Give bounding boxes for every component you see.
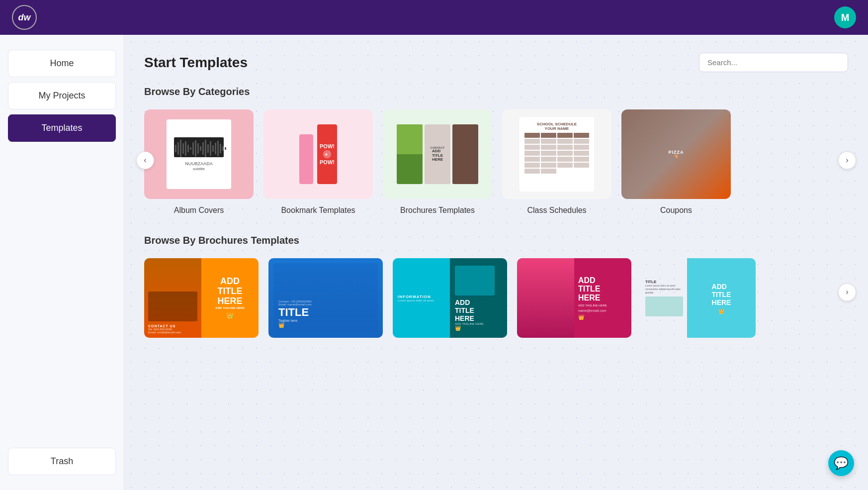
svg-rect-14 — [210, 141, 211, 156]
bc5-lorem: Lorem ipsum dolor sit amet consectetur a… — [645, 284, 683, 294]
category-thumb-album: NUUBZAADAsubtitle — [144, 109, 254, 199]
bc1-inner: CONTACT US Tel: 000-000-0000Email: email… — [144, 258, 259, 338]
svg-rect-8 — [195, 140, 196, 157]
categories-carousel-next[interactable]: › — [838, 151, 856, 169]
bc3-right: ADDTITLEHERE ADD TAGLINE HERE 👑 — [450, 258, 507, 338]
bc5-title: ADDTITLEHERE — [712, 283, 731, 306]
bc1-contact-info: Tel: 000-000-0000Email: email@email.com — [148, 328, 197, 334]
svg-rect-11 — [202, 142, 204, 155]
svg-text:★: ★ — [325, 153, 328, 156]
category-card-brochures[interactable]: CONTACT ADDTITLEHERE Brochures Templates — [383, 109, 492, 215]
bc4-inner: ADDTITLEHERE ADD TAGLINE HERE name@email… — [517, 258, 631, 338]
svg-rect-4 — [185, 141, 186, 156]
logo-text: dw — [18, 12, 31, 23]
bc5-left: TITLE Lorem ipsum dolor sit amet consect… — [641, 258, 687, 338]
svg-rect-3 — [182, 143, 184, 154]
sidebar-item-home-label: Home — [50, 58, 74, 68]
svg-rect-19 — [222, 146, 224, 151]
bc4-left — [517, 258, 574, 338]
bc2-inner: Contact: +00 (0000)0000Email: name@email… — [268, 258, 383, 338]
sidebar-item-trash[interactable]: Trash — [8, 448, 116, 475]
svg-rect-13 — [207, 144, 209, 153]
bookmark-items: POW! ★ POW! — [299, 124, 337, 184]
brochure-card-2[interactable]: Contact: +00 (0000)0000Email: name@email… — [268, 258, 383, 338]
svg-rect-0 — [175, 145, 176, 152]
category-thumb-brochures: CONTACT ADDTITLEHERE — [383, 109, 492, 199]
sidebar-item-trash-label: Trash — [51, 456, 73, 466]
brochures-carousel-next[interactable]: › — [838, 283, 856, 301]
category-label-album: Album Covers — [174, 206, 224, 215]
main-header: Start Templates — [144, 53, 848, 72]
sidebar: Home My Projects Templates Trash — [0, 35, 124, 490]
svg-rect-12 — [205, 140, 206, 157]
svg-rect-7 — [192, 142, 194, 155]
bookmark-red: POW! ★ POW! — [317, 124, 337, 184]
category-label-class-schedules: Class Schedules — [527, 206, 586, 215]
bc1-left: CONTACT US Tel: 000-000-0000Email: email… — [144, 258, 201, 338]
svg-rect-2 — [180, 140, 181, 157]
brochure-card-4[interactable]: ADDTITLEHERE ADD TAGLINE HERE name@email… — [517, 258, 631, 338]
sidebar-item-templates-label: Templates — [41, 123, 82, 133]
category-thumb-schedule: SCHOOL SCHEDULEYOUR NAME — [502, 109, 611, 199]
bc2-title: TITLE — [278, 306, 373, 319]
bc3-inner: INFORMATION Lorem ipsum dolor sit amet A… — [393, 258, 507, 338]
brochure-card-1[interactable]: CONTACT US Tel: 000-000-0000Email: email… — [144, 258, 259, 338]
brochures-section-title: Browse By Brochures Templates — [144, 235, 848, 246]
sidebar-item-templates[interactable]: Templates — [8, 114, 116, 142]
svg-rect-20 — [225, 147, 226, 150]
logo: dw — [12, 5, 37, 30]
chat-icon: 💬 — [834, 456, 849, 470]
bc1-right: ADDTITLEHERE ADD TAGLINE HERE 👑 — [201, 258, 259, 338]
schedule-title: SCHOOL SCHEDULEYOUR NAME — [524, 122, 589, 131]
brochure-panel-dark — [452, 124, 478, 184]
app-header: dw M — [0, 0, 868, 35]
category-label-coupons: Coupons — [660, 206, 692, 215]
coupon-img: PIZZA 🍕 — [621, 109, 731, 199]
user-avatar[interactable]: M — [834, 6, 856, 28]
bc3-title: ADDTITLEHERE — [455, 298, 502, 322]
main-content: Start Templates Browse By Categories ‹ — [124, 35, 868, 490]
bc1-contact-label: CONTACT US — [148, 324, 197, 328]
svg-rect-16 — [215, 143, 216, 154]
category-card-album-covers[interactable]: NUUBZAADAsubtitle Album Covers — [144, 109, 254, 215]
avatar-letter: M — [841, 12, 850, 23]
sidebar-item-home[interactable]: Home — [8, 50, 116, 77]
svg-rect-18 — [220, 144, 221, 153]
categories-section-title: Browse By Categories — [144, 86, 848, 98]
schedule-inner: SCHOOL SCHEDULEYOUR NAME — [520, 117, 594, 192]
category-card-bookmark[interactable]: POW! ★ POW! Bookmark Templates — [263, 109, 373, 215]
sidebar-item-my-projects[interactable]: My Projects — [8, 82, 116, 109]
categories-carousel-prev[interactable]: ‹ — [136, 151, 154, 169]
category-card-coupons[interactable]: PIZZA 🍕 Coupons — [621, 109, 731, 215]
brochure-inner: CONTACT ADDTITLEHERE — [397, 124, 478, 184]
categories-carousel-track: NUUBZAADAsubtitle Album Covers POW! — [144, 109, 848, 215]
app-layout: Home My Projects Templates Trash Start T… — [0, 35, 868, 490]
brochures-carousel-track: CONTACT US Tel: 000-000-0000Email: email… — [144, 258, 848, 338]
album-inner: NUUBZAADAsubtitle — [167, 119, 231, 189]
brochures-carousel: CONTACT US Tel: 000-000-0000Email: email… — [144, 258, 848, 338]
category-thumb-coupon: PIZZA 🍕 — [621, 109, 731, 199]
chat-button[interactable]: 💬 — [828, 450, 854, 476]
bc4-right: ADDTITLEHERE ADD TAGLINE HERE name@email… — [574, 258, 631, 338]
category-label-bookmark: Bookmark Templates — [281, 206, 355, 215]
svg-rect-6 — [190, 147, 191, 150]
category-card-class-schedules[interactable]: SCHOOL SCHEDULEYOUR NAME — [502, 109, 611, 215]
sidebar-item-my-projects-label: My Projects — [38, 91, 85, 100]
page-title: Start Templates — [144, 55, 248, 71]
bc5-title-label: TITLE — [645, 280, 683, 284]
bc2-sub: Tagline here — [278, 319, 373, 322]
bc5-right: ADDTITLEHERE 👑 — [687, 258, 756, 338]
svg-rect-9 — [197, 143, 199, 154]
bc3-left: INFORMATION Lorem ipsum dolor sit amet — [393, 258, 450, 338]
svg-rect-17 — [217, 141, 219, 156]
brochure-card-3[interactable]: INFORMATION Lorem ipsum dolor sit amet A… — [393, 258, 507, 338]
svg-rect-5 — [187, 145, 189, 152]
brochure-panel-green — [397, 124, 423, 184]
category-thumb-bookmark: POW! ★ POW! — [263, 109, 373, 199]
brochure-card-5[interactable]: TITLE Lorem ipsum dolor sit amet consect… — [641, 258, 756, 338]
album-waveform — [174, 137, 224, 157]
bc2-contact: Contact: +00 (0000)0000Email: name@email… — [278, 300, 373, 306]
brochure-panel-text: CONTACT ADDTITLEHERE — [425, 124, 450, 184]
search-input[interactable] — [699, 53, 848, 72]
svg-rect-10 — [200, 146, 201, 151]
